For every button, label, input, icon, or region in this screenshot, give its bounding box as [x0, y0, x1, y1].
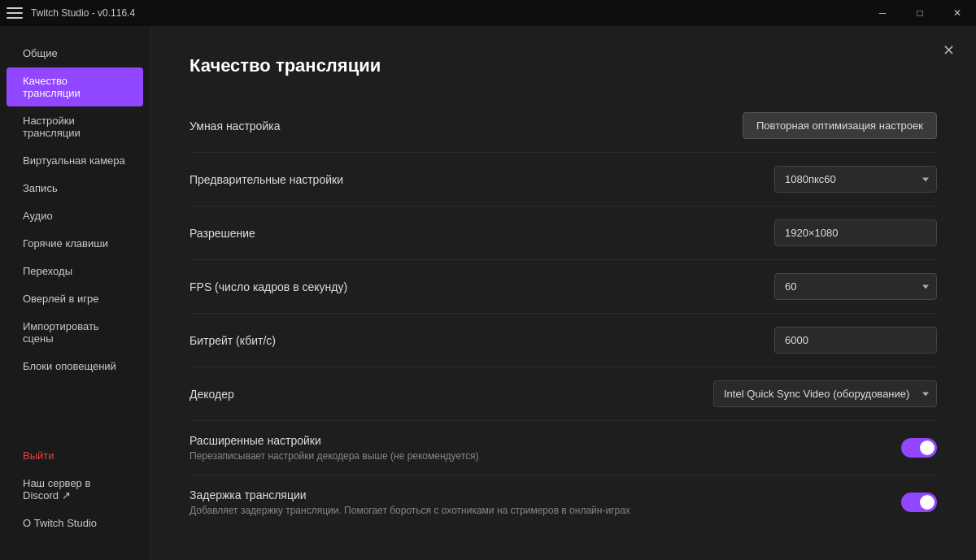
app-body: ОбщиеКачество трансляцииНастройки трансл…	[0, 26, 976, 560]
minimize-button[interactable]: ─	[864, 0, 901, 26]
sidebar-footer: Выйти Наш сервер в Discord ↗ О Twitch St…	[0, 441, 150, 547]
settings-row-decoder: ДекодерIntel Quick Sync Video (оборудова…	[190, 367, 937, 421]
settings-row-left-resolution: Разрешение	[190, 227, 774, 240]
titlebar-title: Twitch Studio - v0.116.4	[31, 7, 135, 19]
settings-row-smart-settings: Умная настройкаПовторная оптимизация нас…	[190, 99, 937, 153]
settings-row-left-bitrate: Битрейт (кбит/с)	[190, 334, 774, 347]
decoder-select[interactable]: Intel Quick Sync Video (оборудование)Sof…	[713, 380, 937, 407]
settings-row-label-fps: FPS (число кадров в секунду)	[190, 280, 774, 293]
sidebar-item-notifications[interactable]: Блоки оповещений	[7, 353, 143, 380]
sidebar-item-virtual-camera[interactable]: Виртуальная камера	[7, 147, 143, 174]
fps-select-wrapper: 603024	[774, 273, 937, 300]
settings-row-fps: FPS (число кадров в секунду)603024	[190, 260, 937, 314]
settings-row-label-bitrate: Битрейт (кбит/с)	[190, 334, 774, 347]
fps-select[interactable]: 603024	[774, 273, 937, 300]
resolution-input[interactable]	[774, 219, 937, 246]
settings-row-resolution: Разрешение	[190, 206, 937, 260]
sidebar-item-stream-settings[interactable]: Настройки трансляции	[7, 107, 143, 146]
settings-row-left-stream-delay: Задержка трансляцииДобавляет задержку тр…	[190, 488, 901, 516]
titlebar-controls: ─ □ ✕	[864, 0, 976, 26]
titlebar-close-button[interactable]: ✕	[939, 0, 976, 26]
settings-row-left-fps: FPS (число кадров в секунду)	[190, 280, 774, 293]
sidebar-item-stream-quality[interactable]: Качество трансляции	[7, 67, 143, 106]
settings-row-left-decoder: Декодер	[190, 388, 713, 401]
settings-rows: Умная настройкаПовторная оптимизация нас…	[190, 99, 937, 529]
sidebar-item-transitions[interactable]: Переходы	[7, 258, 143, 284]
settings-row-left-advanced-settings: Расширенные настройкиПерезаписывает наст…	[190, 434, 901, 462]
settings-row-label-advanced-settings: Расширенные настройки	[190, 434, 901, 447]
page-title: Качество трансляции	[190, 55, 937, 76]
maximize-button[interactable]: □	[901, 0, 939, 26]
preset-select[interactable]: 1080пкс601080пкс30720пкс60720пкс30480пкс…	[774, 166, 937, 193]
titlebar-left: Twitch Studio - v0.116.4	[7, 7, 135, 19]
sidebar-item-overlay[interactable]: Оверлей в игре	[7, 285, 143, 312]
sidebar-discord-link[interactable]: Наш сервер в Discord ↗	[7, 470, 143, 509]
sidebar-item-logout[interactable]: Выйти	[7, 442, 143, 469]
settings-row-stream-delay: Задержка трансляцииДобавляет задержку тр…	[190, 475, 937, 529]
settings-row-preset: Предварительные настройки1080пкс601080пк…	[190, 153, 937, 206]
sidebar-item-import-scenes[interactable]: Импортировать сцены	[7, 313, 143, 352]
preset-select-wrapper: 1080пкс601080пкс30720пкс60720пкс30480пкс…	[774, 166, 937, 193]
bitrate-input[interactable]	[774, 327, 937, 354]
sidebar: ОбщиеКачество трансляцииНастройки трансл…	[0, 26, 150, 560]
menu-icon[interactable]	[7, 7, 23, 19]
stream-delay-toggle[interactable]	[901, 493, 937, 512]
advanced-settings-toggle[interactable]	[901, 438, 937, 458]
settings-row-label-resolution: Разрешение	[190, 227, 774, 240]
advanced-settings-toggle-wrapper	[901, 438, 937, 458]
sidebar-item-general[interactable]: Общие	[7, 40, 143, 67]
titlebar: Twitch Studio - v0.116.4 ─ □ ✕	[0, 0, 976, 26]
settings-row-bitrate: Битрейт (кбит/с)	[190, 314, 937, 367]
settings-row-left-smart-settings: Умная настройка	[190, 119, 743, 132]
settings-row-sub-advanced-settings: Перезаписывает настройки декодера выше (…	[190, 450, 901, 462]
settings-row-label-preset: Предварительные настройки	[190, 173, 774, 186]
dialog-close-button[interactable]: ✕	[937, 39, 960, 62]
sidebar-item-recording[interactable]: Запись	[7, 175, 143, 202]
settings-row-label-stream-delay: Задержка трансляции	[190, 488, 901, 501]
sidebar-about-link[interactable]: О Twitch Studio	[7, 510, 143, 536]
decoder-select-wrapper: Intel Quick Sync Video (оборудование)Sof…	[713, 380, 937, 407]
sidebar-item-hotkeys[interactable]: Горячие клавиши	[7, 230, 143, 257]
sidebar-nav: ОбщиеКачество трансляцииНастройки трансл…	[0, 39, 150, 441]
sidebar-item-audio[interactable]: Аудио	[7, 202, 143, 229]
settings-row-sub-stream-delay: Добавляет задержку трансляции. Помогает …	[190, 505, 901, 516]
smart-settings-button[interactable]: Повторная оптимизация настроек	[743, 112, 937, 139]
settings-row-left-preset: Предварительные настройки	[190, 173, 774, 186]
stream-delay-toggle-wrapper	[901, 493, 937, 512]
settings-row-label-smart-settings: Умная настройка	[190, 119, 743, 132]
settings-row-label-decoder: Декодер	[190, 388, 713, 401]
main-content: ✕ Качество трансляции Умная настройкаПов…	[150, 26, 976, 560]
settings-row-advanced-settings: Расширенные настройкиПерезаписывает наст…	[190, 421, 937, 475]
